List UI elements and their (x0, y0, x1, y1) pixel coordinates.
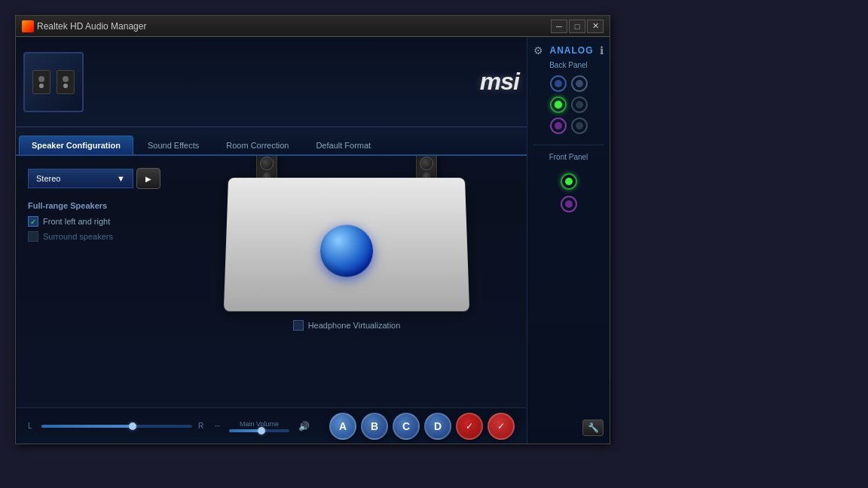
play-icon: ▶ (145, 175, 151, 183)
main-volume-slider-2[interactable] (229, 429, 289, 432)
back-jack-row-2 (533, 96, 604, 113)
dolby-button-1[interactable]: ✓ (456, 413, 483, 440)
back-jack-gray-2[interactable] (571, 96, 588, 113)
stage-container (226, 175, 467, 311)
info-icon[interactable]: ℹ (600, 44, 604, 56)
left-panel: Stereo ▼ ▶ Full-range Speakers ✓ (28, 168, 179, 395)
volume-l-label: L (28, 422, 35, 430)
back-jack-blue-1[interactable] (550, 75, 567, 92)
back-jack-gray-3[interactable] (571, 117, 588, 134)
analog-title: ANALOG (550, 45, 594, 56)
front-left-right-row: ✓ Front left and right (28, 216, 179, 227)
jack-inner (555, 122, 562, 130)
back-jack-row-1 (533, 75, 604, 92)
speaker-left-thumb (32, 70, 50, 94)
eq-preset-d-button[interactable]: D (424, 413, 451, 440)
full-range-section: Full-range Speakers ✓ Front left and rig… (28, 201, 179, 242)
title-bar: Realtek HD Audio Manager ─ □ ✕ (16, 16, 610, 37)
front-jack-col (561, 173, 577, 212)
volume-slider-container (41, 425, 192, 428)
close-button[interactable]: ✕ (587, 20, 604, 33)
header-area: msi (16, 37, 527, 127)
jack-inner (576, 101, 583, 108)
main-area: msi Speaker Configuration Sound Effects … (16, 37, 527, 444)
jack-inner (555, 101, 562, 108)
volume-r-label: R (198, 422, 206, 430)
app-icon (22, 20, 34, 32)
jack-inner (576, 80, 583, 87)
slider-fill (41, 425, 132, 428)
maximize-button[interactable]: □ (569, 20, 585, 33)
analog-header: ⚙ ANALOG ℹ (533, 44, 604, 56)
msi-logo: msi (480, 68, 519, 96)
tab-default-format[interactable]: Default Format (303, 136, 384, 154)
slider-thumb[interactable] (129, 422, 136, 430)
bottom-buttons: A B C D ✓ ✓ (329, 413, 515, 440)
wrench-icon: 🔧 (588, 422, 599, 433)
right-woofer (420, 157, 433, 170)
tab-room-correction[interactable]: Room Correction (213, 136, 301, 154)
back-jack-purple[interactable] (550, 117, 567, 134)
stage-ball (320, 225, 374, 277)
front-panel-label: Front Panel (549, 153, 588, 161)
back-panel-label: Back Panel (533, 61, 604, 69)
tab-speaker-configuration[interactable]: Speaker Configuration (19, 136, 133, 154)
speaker-right-thumb (57, 70, 75, 94)
content-area: Stereo ▼ ▶ Full-range Speakers ✓ (16, 156, 527, 407)
main-volume-thumb[interactable] (258, 427, 265, 435)
back-jack-gray-1[interactable] (571, 75, 588, 92)
speaker-dropdown-row: Stereo ▼ ▶ (28, 168, 179, 189)
woofer-dot (63, 76, 69, 82)
front-left-right-label: Front left and right (43, 217, 110, 226)
back-jack-green[interactable] (550, 96, 567, 113)
volume-dash: ─ (215, 422, 220, 430)
tab-bar: Speaker Configuration Sound Effects Room… (16, 127, 527, 156)
full-range-title: Full-range Speakers (28, 201, 179, 210)
back-jack-row-3 (533, 117, 604, 134)
front-left-right-checkbox[interactable]: ✓ (28, 216, 38, 227)
volume-speaker-icon: 🔊 (298, 421, 310, 432)
dolby-icon-2: ✓ (497, 421, 505, 432)
title-bar-left: Realtek HD Audio Manager (22, 20, 146, 32)
window-title: Realtek HD Audio Manager (37, 21, 146, 32)
woofer-dot (38, 76, 44, 82)
tweeter-dot (63, 84, 68, 88)
jack-inner (565, 178, 573, 185)
headphone-virtualization-row: Headphone Virtualization (293, 320, 401, 331)
dropdown-arrow-icon: ▼ (117, 174, 125, 183)
stage-surface (224, 178, 469, 311)
front-jack-purple[interactable] (561, 196, 577, 212)
minimize-button[interactable]: ─ (551, 20, 567, 33)
settings-icon[interactable]: ⚙ (533, 44, 543, 56)
tweeter-dot (39, 84, 44, 88)
main-volume-slider[interactable] (41, 425, 192, 428)
title-controls: ─ □ ✕ (551, 20, 604, 33)
main-volume-fill (229, 429, 259, 432)
dolby-icon-1: ✓ (466, 421, 473, 432)
jack-inner (555, 80, 562, 87)
check-mark: ✓ (30, 218, 36, 226)
front-jack-green[interactable] (561, 173, 577, 190)
eq-preset-a-button[interactable]: A (329, 413, 356, 440)
side-panel: ⚙ ANALOG ℹ Back Panel (527, 37, 610, 444)
eq-preset-b-button[interactable]: B (361, 413, 388, 440)
divider (533, 145, 604, 145)
surround-checkbox[interactable] (28, 231, 38, 242)
speaker-stage: Headphone Virtualization (179, 160, 515, 395)
headphone-virt-checkbox[interactable] (293, 320, 304, 331)
main-volume-label: Main Volume (229, 420, 289, 428)
speaker-mode-dropdown[interactable]: Stereo ▼ (28, 169, 133, 188)
dolby-button-2[interactable]: ✓ (487, 413, 515, 440)
window-body: msi Speaker Configuration Sound Effects … (16, 37, 610, 444)
front-panel-section: Front Panel (533, 151, 604, 419)
wrench-button[interactable]: 🔧 (582, 419, 604, 436)
surround-label: Surround speakers (43, 232, 113, 241)
play-button[interactable]: ▶ (136, 168, 160, 189)
surround-row: Surround speakers (28, 231, 179, 242)
jack-inner (576, 122, 583, 130)
jack-inner (565, 200, 573, 208)
tab-sound-effects[interactable]: Sound Effects (135, 136, 212, 154)
eq-preset-c-button[interactable]: C (393, 413, 420, 440)
main-window: Realtek HD Audio Manager ─ □ ✕ (15, 15, 610, 444)
speaker-thumbnail (23, 52, 84, 112)
